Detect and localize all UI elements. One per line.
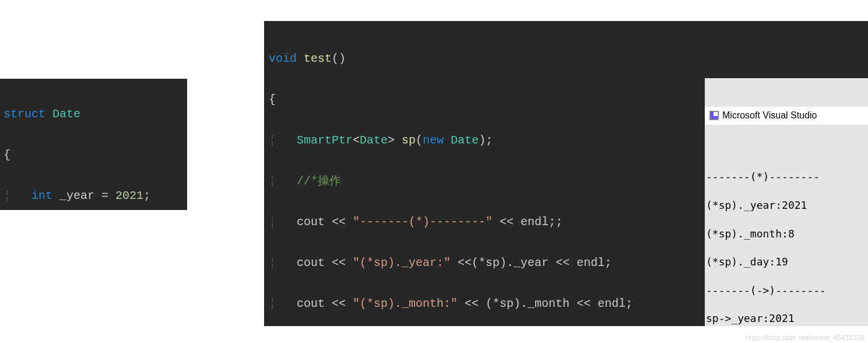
console-line: (*sp)._year:2021: [706, 198, 867, 212]
console-line: sp->_year:2021: [706, 312, 867, 326]
code-line: {: [3, 145, 184, 165]
keyword-struct: struct: [3, 107, 45, 121]
type-date: Date: [52, 107, 80, 121]
code-line: void test(): [269, 48, 863, 69]
vs-icon: [709, 111, 719, 120]
console-titlebar[interactable]: Microsoft Visual Studio: [705, 107, 868, 125]
console-window[interactable]: Microsoft Visual Studio -------(*)------…: [705, 78, 868, 326]
code-line: ¦ int _year = 2021;: [3, 186, 184, 206]
watermark-text: https://blog.csdn.net/weixin_45431318: [746, 334, 865, 342]
console-line: (*sp)._month:8: [706, 227, 867, 241]
console-line: -------(->)--------: [706, 284, 867, 298]
console-title: Microsoft Visual Studio: [722, 109, 817, 122]
console-line: -------(*)--------: [706, 170, 867, 184]
console-output: -------(*)-------- (*sp)._year:2021 (*sp…: [705, 153, 868, 326]
code-editor-struct[interactable]: struct Date { ¦ int _year = 2021; ¦ int …: [0, 79, 187, 210]
console-line: (*sp)._day:19: [706, 255, 867, 269]
code-line: struct Date: [3, 104, 184, 124]
